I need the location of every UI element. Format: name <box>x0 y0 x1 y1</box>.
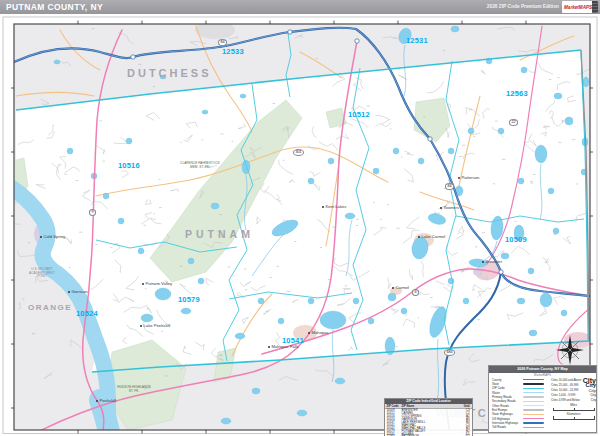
column-header: Grid <box>456 404 472 408</box>
town-label: Peekskill <box>96 398 116 403</box>
legend-swatch <box>523 396 544 397</box>
legend-swatch <box>523 405 544 406</box>
zip-label-10524: 10524 <box>76 309 98 318</box>
legend-symbols: County State ZIP Code Water Primary Road… <box>492 378 548 430</box>
town-label: Carmel <box>392 285 409 290</box>
town-label: Brewster <box>482 259 502 264</box>
interstate-shield: 684 <box>444 349 455 356</box>
town-label: Kent Lakes <box>322 204 346 209</box>
legend-swatch <box>523 422 544 423</box>
publisher-logo: MarketMAPS <box>562 1 598 13</box>
zip-label-12563: 12563 <box>506 89 528 98</box>
legend-subtitle: MarketMAPS <box>489 373 596 377</box>
interstate-shield: 84 <box>218 39 227 46</box>
legend-city-classes: Cities 50,000 and AboveCity Cities 25,00… <box>551 378 596 420</box>
route-shield: 9 <box>89 209 96 216</box>
scale-bar-miles: Miles <box>551 404 596 411</box>
scale-bar-kilometers: Kilometers <box>551 413 596 420</box>
park-label-hudson-highlands: HUDSON HIGHLANDS ST. PK. <box>116 386 152 393</box>
legend-swatch <box>523 392 544 393</box>
city-class-row: Cities 10,000 - 24,999City <box>551 388 596 393</box>
city-class-label: Cities 5,000 - 9,999 <box>551 393 575 397</box>
county-label-orange: ORANGE <box>28 303 72 312</box>
zip-label-10579: 10579 <box>178 295 200 304</box>
route-shield: 6 <box>412 289 419 296</box>
zip-label-10509: 10509 <box>505 235 527 244</box>
county-label-dutchess: DUTCHESS <box>127 67 212 79</box>
scale-ruler <box>553 416 595 420</box>
city-class-label: Cities 10,000 - 24,999 <box>551 388 578 392</box>
zip-label-12533: 12533 <box>222 47 244 56</box>
map-legend: 2026 Putnam County, NY Map MarketMAPS Co… <box>488 365 597 433</box>
park-label-west-point: U.S. MILITARY ACADEMY WEST POINT <box>26 268 58 279</box>
zip-label-10512: 10512 <box>348 110 370 119</box>
city-class-label: Cities 25,000 - 49,999 <box>551 383 578 387</box>
brand-name: MarketMAPS <box>562 5 592 10</box>
column-header: ZIP Code <box>385 404 402 408</box>
legend-swatch <box>523 383 544 384</box>
legend-swatch <box>523 418 544 419</box>
route-shield: 22 <box>509 119 518 126</box>
city-sample: City <box>588 388 596 393</box>
city-sample: City <box>590 393 596 397</box>
town-label: Towners <box>440 205 459 210</box>
town-label: Cold Spring <box>40 234 65 239</box>
county-label-putnam: PUTNAM <box>185 228 254 240</box>
town-label: Lake Carmel <box>418 234 445 239</box>
legend-label: Toll Roads <box>492 425 523 429</box>
city-class-row: Cities 4,999 and BelowCity <box>551 398 596 403</box>
title-bar: PUTNAM COUNTY, NY 2026 ZIP Code Premium … <box>0 0 600 14</box>
route-shield: 301 <box>293 149 304 156</box>
city-class-label: Cities 50,000 and Above <box>551 378 581 382</box>
legend-swatch <box>523 414 544 415</box>
town-label: Mahopac <box>308 330 329 335</box>
scale-ruler <box>553 408 595 412</box>
edition-label: 2026 ZIP Code Premium Edition <box>487 0 559 14</box>
legend-item: Toll Roads <box>492 425 548 429</box>
town-label: Patterson <box>458 175 479 180</box>
city-class-row: Cities 5,000 - 9,999City <box>551 393 596 398</box>
legend-swatch <box>523 379 544 380</box>
zip-label-12531: 12531 <box>406 36 428 45</box>
town-label: Mahopac Falls <box>268 344 299 349</box>
legend-swatch <box>523 401 544 402</box>
map-title: PUTNAM COUNTY, NY <box>6 0 103 14</box>
city-sample: City <box>591 398 596 402</box>
city-class-label: Cities 4,999 and Below <box>551 398 580 402</box>
town-label: Garrison <box>68 289 88 294</box>
legend-swatch <box>523 388 544 389</box>
logo-badge-icon <box>592 1 598 13</box>
legend-swatch <box>523 409 544 410</box>
interstate-shield: 84 <box>445 183 454 190</box>
town-label: Lake Peekskill <box>140 323 170 328</box>
zip-label-10516: 10516 <box>118 161 140 170</box>
column-header: ZIP Name <box>402 404 456 408</box>
legend-swatch <box>523 427 544 428</box>
town-label: Putnam Valley <box>142 281 172 286</box>
park-label-fahnestock: CLARENCE FAHNESTOCK MEM. ST. PK. <box>180 162 220 169</box>
zip-index-table: ZIP Code Index/Grid Locator ZIP Code ZIP… <box>384 398 473 436</box>
